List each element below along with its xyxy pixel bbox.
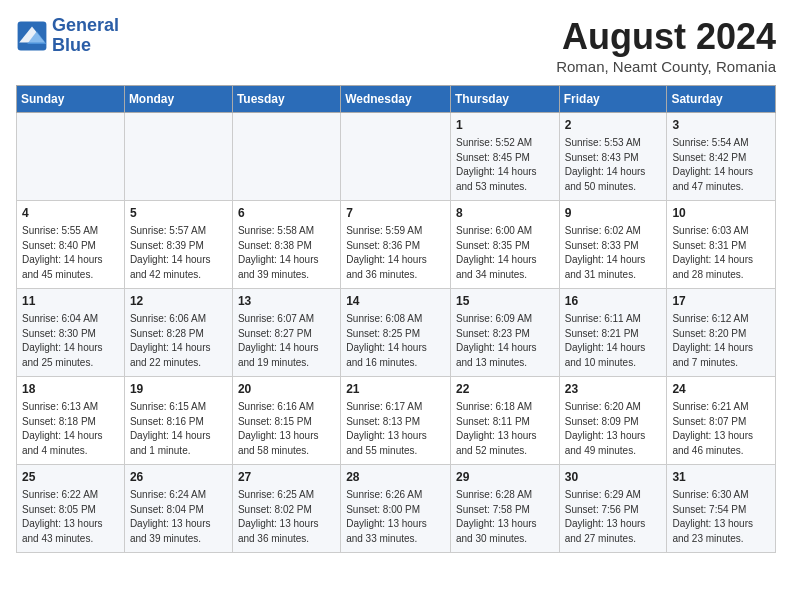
day-info: Sunrise: 6:21 AM Sunset: 8:07 PM Dayligh… <box>672 400 770 458</box>
weekday-header-tuesday: Tuesday <box>232 86 340 113</box>
day-number: 12 <box>130 293 227 310</box>
day-info: Sunrise: 6:30 AM Sunset: 7:54 PM Dayligh… <box>672 488 770 546</box>
day-info: Sunrise: 6:06 AM Sunset: 8:28 PM Dayligh… <box>130 312 227 370</box>
weekday-header-monday: Monday <box>124 86 232 113</box>
day-info: Sunrise: 6:11 AM Sunset: 8:21 PM Dayligh… <box>565 312 662 370</box>
calendar-cell: 7Sunrise: 5:59 AM Sunset: 8:36 PM Daylig… <box>341 201 451 289</box>
day-number: 17 <box>672 293 770 310</box>
calendar-cell <box>124 113 232 201</box>
calendar-cell: 25Sunrise: 6:22 AM Sunset: 8:05 PM Dayli… <box>17 465 125 553</box>
logo-text: General Blue <box>52 16 119 56</box>
day-number: 13 <box>238 293 335 310</box>
calendar-cell: 6Sunrise: 5:58 AM Sunset: 8:38 PM Daylig… <box>232 201 340 289</box>
day-info: Sunrise: 5:58 AM Sunset: 8:38 PM Dayligh… <box>238 224 335 282</box>
calendar-title: August 2024 <box>556 16 776 58</box>
calendar-table: SundayMondayTuesdayWednesdayThursdayFrid… <box>16 85 776 553</box>
calendar-cell: 1Sunrise: 5:52 AM Sunset: 8:45 PM Daylig… <box>450 113 559 201</box>
week-row-3: 11Sunrise: 6:04 AM Sunset: 8:30 PM Dayli… <box>17 289 776 377</box>
day-number: 1 <box>456 117 554 134</box>
day-number: 21 <box>346 381 445 398</box>
calendar-cell: 5Sunrise: 5:57 AM Sunset: 8:39 PM Daylig… <box>124 201 232 289</box>
day-info: Sunrise: 6:28 AM Sunset: 7:58 PM Dayligh… <box>456 488 554 546</box>
day-number: 30 <box>565 469 662 486</box>
day-info: Sunrise: 6:08 AM Sunset: 8:25 PM Dayligh… <box>346 312 445 370</box>
calendar-cell: 21Sunrise: 6:17 AM Sunset: 8:13 PM Dayli… <box>341 377 451 465</box>
logo-icon <box>16 20 48 52</box>
day-number: 9 <box>565 205 662 222</box>
day-info: Sunrise: 5:53 AM Sunset: 8:43 PM Dayligh… <box>565 136 662 194</box>
day-number: 4 <box>22 205 119 222</box>
day-number: 28 <box>346 469 445 486</box>
day-info: Sunrise: 5:54 AM Sunset: 8:42 PM Dayligh… <box>672 136 770 194</box>
day-info: Sunrise: 6:20 AM Sunset: 8:09 PM Dayligh… <box>565 400 662 458</box>
day-number: 19 <box>130 381 227 398</box>
day-number: 20 <box>238 381 335 398</box>
title-block: August 2024 Roman, Neamt County, Romania <box>556 16 776 75</box>
day-number: 5 <box>130 205 227 222</box>
day-info: Sunrise: 6:29 AM Sunset: 7:56 PM Dayligh… <box>565 488 662 546</box>
day-number: 16 <box>565 293 662 310</box>
calendar-cell: 29Sunrise: 6:28 AM Sunset: 7:58 PM Dayli… <box>450 465 559 553</box>
calendar-cell: 27Sunrise: 6:25 AM Sunset: 8:02 PM Dayli… <box>232 465 340 553</box>
calendar-cell: 3Sunrise: 5:54 AM Sunset: 8:42 PM Daylig… <box>667 113 776 201</box>
calendar-cell: 2Sunrise: 5:53 AM Sunset: 8:43 PM Daylig… <box>559 113 667 201</box>
day-number: 14 <box>346 293 445 310</box>
day-number: 26 <box>130 469 227 486</box>
day-info: Sunrise: 6:09 AM Sunset: 8:23 PM Dayligh… <box>456 312 554 370</box>
day-number: 10 <box>672 205 770 222</box>
day-number: 22 <box>456 381 554 398</box>
day-info: Sunrise: 6:12 AM Sunset: 8:20 PM Dayligh… <box>672 312 770 370</box>
calendar-cell <box>232 113 340 201</box>
day-number: 3 <box>672 117 770 134</box>
day-info: Sunrise: 6:26 AM Sunset: 8:00 PM Dayligh… <box>346 488 445 546</box>
day-info: Sunrise: 5:57 AM Sunset: 8:39 PM Dayligh… <box>130 224 227 282</box>
calendar-cell: 26Sunrise: 6:24 AM Sunset: 8:04 PM Dayli… <box>124 465 232 553</box>
day-info: Sunrise: 6:17 AM Sunset: 8:13 PM Dayligh… <box>346 400 445 458</box>
day-info: Sunrise: 6:02 AM Sunset: 8:33 PM Dayligh… <box>565 224 662 282</box>
calendar-cell: 10Sunrise: 6:03 AM Sunset: 8:31 PM Dayli… <box>667 201 776 289</box>
calendar-cell <box>341 113 451 201</box>
day-number: 7 <box>346 205 445 222</box>
day-info: Sunrise: 6:15 AM Sunset: 8:16 PM Dayligh… <box>130 400 227 458</box>
day-info: Sunrise: 6:18 AM Sunset: 8:11 PM Dayligh… <box>456 400 554 458</box>
day-info: Sunrise: 5:59 AM Sunset: 8:36 PM Dayligh… <box>346 224 445 282</box>
calendar-cell: 15Sunrise: 6:09 AM Sunset: 8:23 PM Dayli… <box>450 289 559 377</box>
day-number: 18 <box>22 381 119 398</box>
day-number: 24 <box>672 381 770 398</box>
weekday-header-saturday: Saturday <box>667 86 776 113</box>
day-number: 25 <box>22 469 119 486</box>
day-info: Sunrise: 6:22 AM Sunset: 8:05 PM Dayligh… <box>22 488 119 546</box>
week-row-1: 1Sunrise: 5:52 AM Sunset: 8:45 PM Daylig… <box>17 113 776 201</box>
calendar-cell: 18Sunrise: 6:13 AM Sunset: 8:18 PM Dayli… <box>17 377 125 465</box>
calendar-cell: 13Sunrise: 6:07 AM Sunset: 8:27 PM Dayli… <box>232 289 340 377</box>
day-info: Sunrise: 5:55 AM Sunset: 8:40 PM Dayligh… <box>22 224 119 282</box>
logo-line2: Blue <box>52 36 119 56</box>
day-number: 11 <box>22 293 119 310</box>
day-number: 15 <box>456 293 554 310</box>
day-info: Sunrise: 6:07 AM Sunset: 8:27 PM Dayligh… <box>238 312 335 370</box>
calendar-cell: 30Sunrise: 6:29 AM Sunset: 7:56 PM Dayli… <box>559 465 667 553</box>
day-number: 8 <box>456 205 554 222</box>
header-row: SundayMondayTuesdayWednesdayThursdayFrid… <box>17 86 776 113</box>
calendar-cell: 19Sunrise: 6:15 AM Sunset: 8:16 PM Dayli… <box>124 377 232 465</box>
logo: General Blue <box>16 16 119 56</box>
weekday-header-friday: Friday <box>559 86 667 113</box>
day-info: Sunrise: 6:03 AM Sunset: 8:31 PM Dayligh… <box>672 224 770 282</box>
day-info: Sunrise: 6:16 AM Sunset: 8:15 PM Dayligh… <box>238 400 335 458</box>
weekday-header-wednesday: Wednesday <box>341 86 451 113</box>
page-header: General Blue August 2024 Roman, Neamt Co… <box>16 16 776 75</box>
logo-line1: General <box>52 16 119 36</box>
weekday-header-sunday: Sunday <box>17 86 125 113</box>
week-row-2: 4Sunrise: 5:55 AM Sunset: 8:40 PM Daylig… <box>17 201 776 289</box>
calendar-cell: 11Sunrise: 6:04 AM Sunset: 8:30 PM Dayli… <box>17 289 125 377</box>
day-info: Sunrise: 6:04 AM Sunset: 8:30 PM Dayligh… <box>22 312 119 370</box>
calendar-cell <box>17 113 125 201</box>
week-row-5: 25Sunrise: 6:22 AM Sunset: 8:05 PM Dayli… <box>17 465 776 553</box>
weekday-header-thursday: Thursday <box>450 86 559 113</box>
calendar-cell: 8Sunrise: 6:00 AM Sunset: 8:35 PM Daylig… <box>450 201 559 289</box>
calendar-cell: 22Sunrise: 6:18 AM Sunset: 8:11 PM Dayli… <box>450 377 559 465</box>
day-number: 27 <box>238 469 335 486</box>
calendar-cell: 23Sunrise: 6:20 AM Sunset: 8:09 PM Dayli… <box>559 377 667 465</box>
day-number: 23 <box>565 381 662 398</box>
day-number: 2 <box>565 117 662 134</box>
